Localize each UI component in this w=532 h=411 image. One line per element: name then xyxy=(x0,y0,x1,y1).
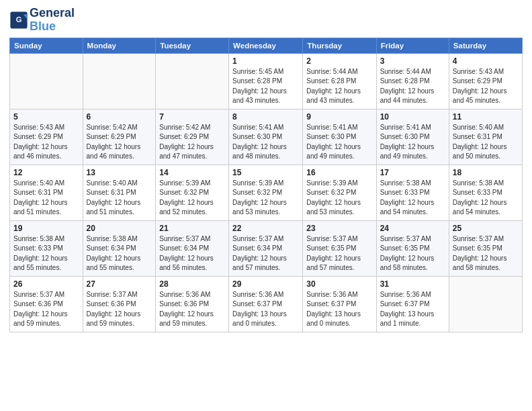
day-number: 30 xyxy=(306,279,372,289)
calendar-cell: 2Sunrise: 5:44 AM Sunset: 6:28 PM Daylig… xyxy=(303,53,376,109)
day-number: 6 xyxy=(87,112,152,122)
calendar-cell: 26Sunrise: 5:37 AM Sunset: 6:36 PM Dayli… xyxy=(10,276,83,332)
calendar-week-row: 12Sunrise: 5:40 AM Sunset: 6:31 PM Dayli… xyxy=(10,165,523,220)
day-info: Sunrise: 5:37 AM Sunset: 6:35 PM Dayligh… xyxy=(306,234,372,273)
calendar-cell: 8Sunrise: 5:41 AM Sunset: 6:30 PM Daylig… xyxy=(229,109,303,165)
day-number: 28 xyxy=(159,279,225,289)
day-number: 9 xyxy=(306,112,372,122)
day-number: 19 xyxy=(13,224,79,233)
day-info: Sunrise: 5:38 AM Sunset: 6:33 PM Dayligh… xyxy=(453,179,519,218)
day-info: Sunrise: 5:36 AM Sunset: 6:36 PM Dayligh… xyxy=(159,290,225,329)
day-number: 1 xyxy=(232,56,299,66)
day-number: 25 xyxy=(453,224,519,233)
calendar-cell xyxy=(10,53,83,109)
weekday-header-sunday: Sunday xyxy=(10,38,83,53)
day-number: 3 xyxy=(380,56,445,66)
calendar-cell: 14Sunrise: 5:39 AM Sunset: 6:32 PM Dayli… xyxy=(156,165,229,220)
day-info: Sunrise: 5:38 AM Sunset: 6:34 PM Dayligh… xyxy=(87,234,152,273)
calendar-cell: 29Sunrise: 5:36 AM Sunset: 6:37 PM Dayli… xyxy=(229,276,303,332)
day-number: 13 xyxy=(87,168,152,177)
day-info: Sunrise: 5:40 AM Sunset: 6:31 PM Dayligh… xyxy=(13,179,79,218)
day-info: Sunrise: 5:42 AM Sunset: 6:29 PM Dayligh… xyxy=(87,123,152,162)
day-number: 27 xyxy=(87,279,152,289)
day-info: Sunrise: 5:36 AM Sunset: 6:37 PM Dayligh… xyxy=(380,290,445,329)
logo-icon: G xyxy=(9,11,28,30)
calendar-cell: 28Sunrise: 5:36 AM Sunset: 6:36 PM Dayli… xyxy=(156,276,229,332)
calendar-week-row: 5Sunrise: 5:43 AM Sunset: 6:29 PM Daylig… xyxy=(10,109,523,165)
calendar-cell xyxy=(83,53,156,109)
day-number: 31 xyxy=(380,279,445,289)
day-number: 26 xyxy=(13,279,79,289)
weekday-header-thursday: Thursday xyxy=(303,38,376,53)
calendar-cell: 21Sunrise: 5:37 AM Sunset: 6:34 PM Dayli… xyxy=(156,220,229,276)
calendar-cell xyxy=(156,53,229,109)
calendar-cell: 16Sunrise: 5:39 AM Sunset: 6:32 PM Dayli… xyxy=(303,165,376,220)
calendar-cell: 1Sunrise: 5:45 AM Sunset: 6:28 PM Daylig… xyxy=(229,53,303,109)
calendar-cell: 24Sunrise: 5:37 AM Sunset: 6:35 PM Dayli… xyxy=(376,220,449,276)
day-info: Sunrise: 5:39 AM Sunset: 6:32 PM Dayligh… xyxy=(306,179,372,218)
calendar-cell: 15Sunrise: 5:39 AM Sunset: 6:32 PM Dayli… xyxy=(229,165,303,220)
day-info: Sunrise: 5:44 AM Sunset: 6:28 PM Dayligh… xyxy=(306,67,372,106)
day-info: Sunrise: 5:37 AM Sunset: 6:34 PM Dayligh… xyxy=(159,234,225,273)
day-info: Sunrise: 5:43 AM Sunset: 6:29 PM Dayligh… xyxy=(453,67,519,106)
day-info: Sunrise: 5:39 AM Sunset: 6:32 PM Dayligh… xyxy=(159,179,225,218)
calendar-cell: 30Sunrise: 5:36 AM Sunset: 6:37 PM Dayli… xyxy=(303,276,376,332)
day-info: Sunrise: 5:39 AM Sunset: 6:32 PM Dayligh… xyxy=(232,179,299,218)
calendar-cell: 12Sunrise: 5:40 AM Sunset: 6:31 PM Dayli… xyxy=(10,165,83,220)
calendar-cell: 19Sunrise: 5:38 AM Sunset: 6:33 PM Dayli… xyxy=(10,220,83,276)
day-number: 20 xyxy=(87,224,152,233)
calendar-cell: 4Sunrise: 5:43 AM Sunset: 6:29 PM Daylig… xyxy=(449,53,522,109)
calendar-cell: 27Sunrise: 5:37 AM Sunset: 6:36 PM Dayli… xyxy=(83,276,156,332)
calendar-week-row: 1Sunrise: 5:45 AM Sunset: 6:28 PM Daylig… xyxy=(10,53,523,109)
page-header: G General Blue xyxy=(9,7,523,34)
day-info: Sunrise: 5:38 AM Sunset: 6:33 PM Dayligh… xyxy=(13,234,79,273)
weekday-header-saturday: Saturday xyxy=(449,38,522,53)
weekday-header-row: SundayMondayTuesdayWednesdayThursdayFrid… xyxy=(10,38,523,53)
calendar-cell: 25Sunrise: 5:37 AM Sunset: 6:35 PM Dayli… xyxy=(449,220,522,276)
calendar-cell: 11Sunrise: 5:40 AM Sunset: 6:31 PM Dayli… xyxy=(449,109,522,165)
day-number: 23 xyxy=(306,224,372,233)
day-info: Sunrise: 5:43 AM Sunset: 6:29 PM Dayligh… xyxy=(13,123,79,162)
calendar-cell: 22Sunrise: 5:37 AM Sunset: 6:34 PM Dayli… xyxy=(229,220,303,276)
day-number: 29 xyxy=(232,279,299,289)
day-info: Sunrise: 5:45 AM Sunset: 6:28 PM Dayligh… xyxy=(232,67,299,106)
day-number: 5 xyxy=(13,112,79,122)
day-info: Sunrise: 5:37 AM Sunset: 6:36 PM Dayligh… xyxy=(87,290,152,329)
calendar-cell: 23Sunrise: 5:37 AM Sunset: 6:35 PM Dayli… xyxy=(303,220,376,276)
day-info: Sunrise: 5:41 AM Sunset: 6:30 PM Dayligh… xyxy=(306,123,372,162)
calendar-cell: 7Sunrise: 5:42 AM Sunset: 6:29 PM Daylig… xyxy=(156,109,229,165)
day-number: 2 xyxy=(306,56,372,66)
calendar-cell: 9Sunrise: 5:41 AM Sunset: 6:30 PM Daylig… xyxy=(303,109,376,165)
calendar-page: G General Blue SundayMondayTuesdayWednes… xyxy=(0,0,532,411)
svg-text:G: G xyxy=(16,15,22,24)
calendar-cell xyxy=(449,276,522,332)
weekday-header-tuesday: Tuesday xyxy=(156,38,229,53)
day-info: Sunrise: 5:36 AM Sunset: 6:37 PM Dayligh… xyxy=(306,290,372,329)
day-info: Sunrise: 5:41 AM Sunset: 6:30 PM Dayligh… xyxy=(380,123,445,162)
calendar-table: SundayMondayTuesdayWednesdayThursdayFrid… xyxy=(9,38,523,332)
day-info: Sunrise: 5:40 AM Sunset: 6:31 PM Dayligh… xyxy=(87,179,152,218)
day-number: 12 xyxy=(13,168,79,177)
calendar-cell: 3Sunrise: 5:44 AM Sunset: 6:28 PM Daylig… xyxy=(376,53,449,109)
day-info: Sunrise: 5:37 AM Sunset: 6:35 PM Dayligh… xyxy=(380,234,445,273)
calendar-week-row: 19Sunrise: 5:38 AM Sunset: 6:33 PM Dayli… xyxy=(10,220,523,276)
day-info: Sunrise: 5:44 AM Sunset: 6:28 PM Dayligh… xyxy=(380,67,445,106)
day-number: 11 xyxy=(453,112,519,122)
day-info: Sunrise: 5:37 AM Sunset: 6:35 PM Dayligh… xyxy=(453,234,519,273)
day-number: 15 xyxy=(232,168,299,177)
day-number: 4 xyxy=(453,56,519,66)
day-number: 8 xyxy=(232,112,299,122)
day-number: 18 xyxy=(453,168,519,177)
weekday-header-friday: Friday xyxy=(376,38,449,53)
day-info: Sunrise: 5:38 AM Sunset: 6:33 PM Dayligh… xyxy=(380,179,445,218)
calendar-cell: 10Sunrise: 5:41 AM Sunset: 6:30 PM Dayli… xyxy=(376,109,449,165)
logo: G General Blue xyxy=(9,7,75,34)
day-info: Sunrise: 5:41 AM Sunset: 6:30 PM Dayligh… xyxy=(232,123,299,162)
day-info: Sunrise: 5:37 AM Sunset: 6:36 PM Dayligh… xyxy=(13,290,79,329)
logo-text: General Blue xyxy=(30,7,75,34)
calendar-cell: 17Sunrise: 5:38 AM Sunset: 6:33 PM Dayli… xyxy=(376,165,449,220)
calendar-cell: 20Sunrise: 5:38 AM Sunset: 6:34 PM Dayli… xyxy=(83,220,156,276)
day-info: Sunrise: 5:40 AM Sunset: 6:31 PM Dayligh… xyxy=(453,123,519,162)
day-number: 10 xyxy=(380,112,445,122)
calendar-cell: 13Sunrise: 5:40 AM Sunset: 6:31 PM Dayli… xyxy=(83,165,156,220)
